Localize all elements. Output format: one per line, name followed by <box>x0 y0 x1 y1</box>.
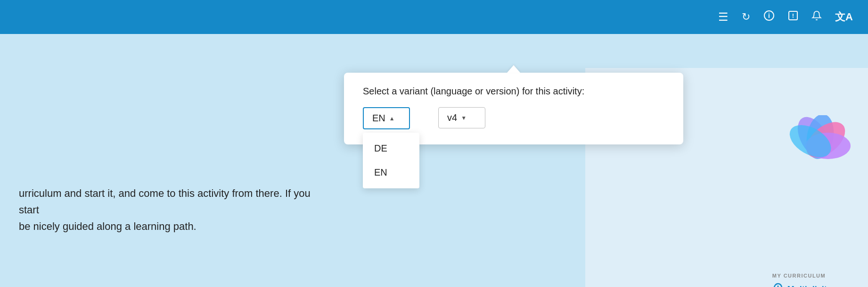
top-bar: ☰ ↻ i ! 文A <box>0 0 868 34</box>
translate-icon[interactable]: 文A <box>835 10 853 24</box>
version-chevron-down-icon: ▼ <box>461 115 467 121</box>
variant-popup: Select a variant (language or version) f… <box>344 73 683 144</box>
language-dropdown: DE EN <box>363 133 419 188</box>
language-selector-wrapper: EN ▲ DE EN <box>363 107 410 129</box>
popup-title: Select a variant (language or version) f… <box>363 86 664 97</box>
language-select-button[interactable]: EN ▲ <box>363 107 410 129</box>
content-area: urriculum and start it, and come to this… <box>0 34 868 287</box>
my-curriculum-label: MY CURRICULUM <box>772 273 854 279</box>
lang-chevron-up-icon: ▲ <box>389 115 395 122</box>
curriculum-icon <box>772 282 784 287</box>
curriculum-item: Multiplicity <box>772 282 854 287</box>
svg-text:!: ! <box>792 12 794 19</box>
flower-graphic <box>778 115 859 178</box>
menu-icon[interactable]: ☰ <box>718 10 729 24</box>
alert-icon[interactable]: ! <box>788 10 798 24</box>
lang-option-en[interactable]: EN <box>363 160 419 185</box>
bell-icon[interactable] <box>811 10 822 24</box>
refresh-icon[interactable]: ↻ <box>742 11 750 23</box>
lang-option-de[interactable]: DE <box>363 136 419 160</box>
svg-text:i: i <box>768 12 770 19</box>
left-text-area: urriculum and start it, and come to this… <box>0 185 330 235</box>
info-icon[interactable]: i <box>763 10 775 24</box>
version-select-button[interactable]: v4 ▼ <box>438 107 485 128</box>
version-selector-wrapper: v4 ▼ <box>438 107 485 128</box>
my-curriculum-section: MY CURRICULUM Multiplicity A Quick Intro… <box>772 273 854 287</box>
curriculum-title[interactable]: Multiplicity <box>787 285 832 287</box>
version-selected-value: v4 <box>447 112 457 123</box>
language-selected-value: EN <box>372 113 385 124</box>
left-text-line1: urriculum and start it, and come to this… <box>19 185 311 218</box>
left-text-line2: be nicely guided along a learning path. <box>19 218 311 235</box>
popup-selectors: EN ▲ DE EN v4 ▼ <box>363 107 664 129</box>
